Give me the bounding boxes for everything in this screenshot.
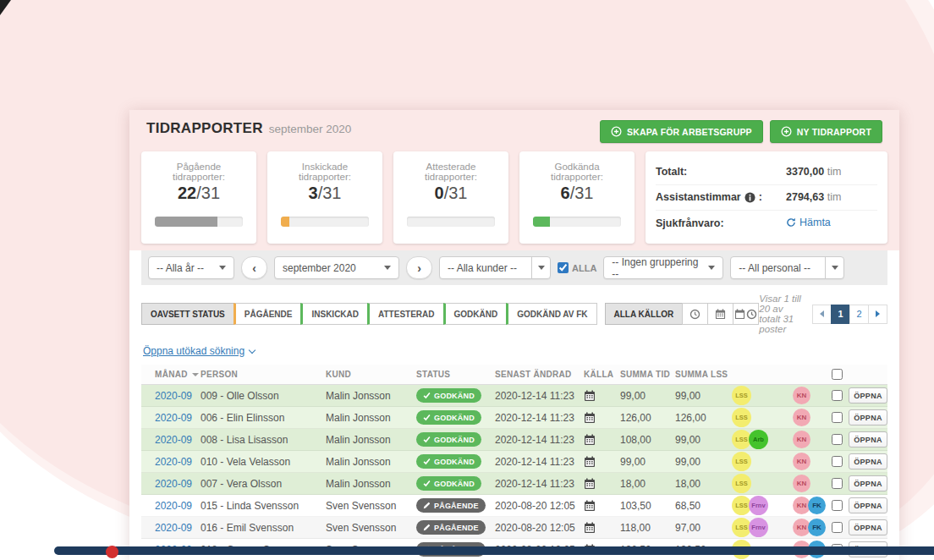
assist-value: 2794,63 tim	[786, 191, 877, 203]
stat-card-approved: Godkända tidrapporter: 6/31	[519, 151, 635, 244]
col-header-person[interactable]: PERSON	[201, 370, 326, 379]
open-button[interactable]: ÖPPNA	[849, 431, 887, 447]
month-link[interactable]: 2020-09	[155, 500, 192, 512]
personal-select[interactable]: -- All personal --	[730, 256, 844, 279]
main-card: TIDRAPPORTER september 2020 SKAPA FÖR AR…	[129, 110, 899, 560]
progress-track	[281, 217, 369, 227]
status-badge: GODKÄND	[416, 432, 481, 447]
tab-attesterad[interactable]: ATTESTERAD	[367, 303, 443, 325]
table-row: 2020-09 016 - Emil Svensson Sven Svensso…	[141, 517, 887, 539]
check-icon	[423, 414, 431, 421]
tab-godkand[interactable]: GODKÄND	[443, 303, 508, 325]
month-link[interactable]: 2020-09	[155, 522, 192, 534]
page-1-button[interactable]: 1	[831, 305, 850, 324]
extra-badge: Frnv	[749, 518, 768, 537]
extended-search-link[interactable]: Öppna utökad sökning	[143, 345, 255, 357]
row-checkbox[interactable]	[832, 390, 843, 401]
source-clock-button[interactable]	[682, 303, 708, 325]
stat-label: Pågående tidrapporter:	[151, 162, 246, 182]
col-header-kund[interactable]: KUND	[326, 370, 416, 379]
status-badge: PÅGÅENDE	[416, 498, 486, 513]
tab-inskickad[interactable]: INSKICKAD	[300, 303, 368, 325]
month-select[interactable]: september 2020	[274, 256, 399, 279]
status-badge: GODKÄND	[416, 476, 481, 491]
total-number: 3370,00	[786, 166, 824, 178]
calendar-icon	[584, 456, 596, 468]
prev-month-button[interactable]: ‹	[241, 256, 267, 279]
row-checkbox[interactable]	[832, 500, 843, 511]
chevron-down-icon	[249, 346, 255, 353]
table-row: 2020-09 015 - Linda Svensson Sven Svenss…	[141, 495, 887, 517]
create-for-workgroup-button[interactable]: SKAPA FÖR ARBETSGRUPP	[600, 120, 763, 143]
page-2-button[interactable]: 2	[849, 305, 869, 324]
open-button[interactable]: ÖPPNA	[849, 409, 887, 425]
month-link[interactable]: 2020-09	[155, 412, 192, 424]
extended-search-label: Öppna utökad sökning	[143, 345, 244, 357]
customer-select[interactable]: -- Alla kunder --	[439, 256, 551, 279]
customer-cell: Malin Jonsson	[326, 434, 416, 446]
fetch-link[interactable]: Hämta	[786, 217, 831, 228]
month-link[interactable]: 2020-09	[155, 434, 192, 446]
tab-pagaende[interactable]: PÅGÅENDE	[234, 303, 302, 325]
page-prev-button[interactable]	[812, 305, 832, 324]
row-checkbox[interactable]	[832, 478, 843, 489]
new-timereport-button[interactable]: NY TIDRAPPORT	[770, 120, 882, 143]
source-calendar-button[interactable]	[707, 303, 733, 325]
sum-tid-cell: 99,00	[620, 390, 675, 402]
col-header-summa-lss[interactable]: SUMMA LSS	[675, 370, 732, 379]
row-checkbox[interactable]	[832, 434, 843, 445]
total-unit: tim	[827, 166, 842, 178]
person-cell: 010 - Vela Velasson	[201, 456, 326, 468]
col-header-summa-tid[interactable]: SUMMA TID	[620, 370, 675, 379]
row-checkbox[interactable]	[832, 412, 843, 423]
open-button[interactable]: ÖPPNA	[849, 387, 887, 404]
col-header-status[interactable]: STATUS	[416, 370, 495, 379]
new-timereport-label: NY TIDRAPPORT	[797, 127, 871, 137]
sum-tid-cell: 99,00	[620, 456, 675, 468]
page-next-button[interactable]	[868, 305, 887, 324]
row-checkbox[interactable]	[832, 456, 843, 467]
col-header-manad[interactable]: MÅNAD	[141, 370, 201, 379]
next-month-button[interactable]: ›	[406, 256, 432, 279]
open-button[interactable]: ÖPPNA	[849, 475, 887, 491]
personal-select-caret[interactable]	[825, 257, 843, 278]
year-select[interactable]: -- Alla år --	[148, 256, 234, 279]
chevron-down-icon	[832, 266, 838, 270]
alla-checkbox-label[interactable]: ALLA	[558, 262, 596, 273]
info-icon[interactable]	[744, 192, 755, 203]
progress-track	[533, 217, 621, 227]
person-cell: 008 - Lisa Lisasson	[201, 434, 326, 446]
open-button[interactable]: ÖPPNA	[849, 519, 887, 535]
month-link[interactable]: 2020-09	[155, 478, 192, 490]
tab-oavsett-status[interactable]: OAVSETT STATUS	[141, 303, 234, 325]
customer-cell: Sven Svensson	[326, 500, 416, 512]
alla-checkbox[interactable]	[558, 262, 569, 273]
source-calendar-clock-button[interactable]	[733, 303, 759, 325]
tab-alla-kallor[interactable]: ALLA KÄLLOR	[605, 303, 684, 325]
col-header-senast-andrad[interactable]: SENAST ÄNDRAD	[495, 370, 584, 379]
calendar-icon	[584, 412, 596, 424]
row-checkbox[interactable]	[832, 522, 843, 533]
plus-circle-icon	[781, 126, 792, 137]
select-all-checkbox[interactable]	[832, 369, 843, 380]
sum-lss-cell: 97,00	[675, 522, 732, 534]
timeline-marker[interactable]	[106, 546, 118, 558]
status-badge: GODKÄND	[416, 388, 481, 403]
check-icon	[423, 458, 431, 465]
grouping-select[interactable]: -- Ingen gruppering --	[603, 256, 723, 279]
extra-badge: Arb	[749, 430, 768, 449]
tab-godkand-av-fk[interactable]: GODKÄND AV FK	[506, 303, 596, 325]
status-label: PÅGÅENDE	[434, 502, 479, 510]
results-summary: Visar 1 till 20 av totalt 31 poster	[759, 294, 805, 334]
month-link[interactable]: 2020-09	[155, 390, 192, 402]
col-header-kalla[interactable]: KÄLLA	[584, 370, 620, 379]
table-header: MÅNAD PERSON KUND STATUS SENAST ÄNDRAD K…	[141, 365, 887, 385]
status-label: GODKÄND	[434, 480, 475, 488]
col-header-label: MÅNAD	[155, 370, 188, 379]
status-label: PÅGÅENDE	[434, 524, 479, 532]
month-link[interactable]: 2020-09	[155, 456, 192, 468]
customer-select-caret[interactable]	[531, 257, 550, 278]
open-button[interactable]: ÖPPNA	[849, 497, 887, 513]
sick-value: Hämta	[786, 217, 877, 230]
open-button[interactable]: ÖPPNA	[849, 453, 887, 469]
